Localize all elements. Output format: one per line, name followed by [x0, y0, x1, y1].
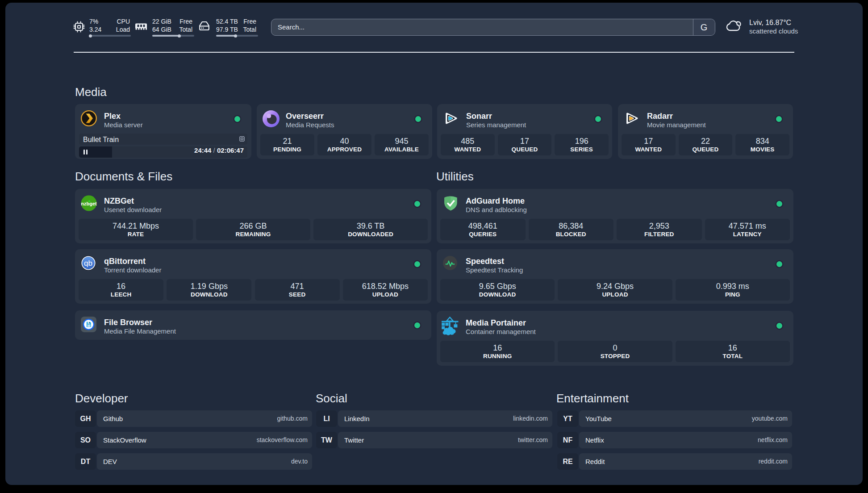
svg-text:qb: qb [84, 259, 92, 267]
svg-text:nzbget: nzbget [81, 201, 97, 206]
